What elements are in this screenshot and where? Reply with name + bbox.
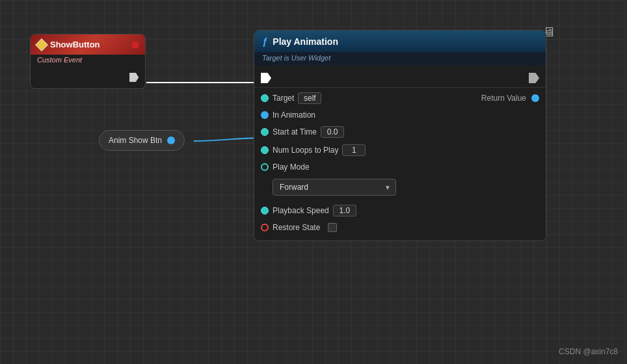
show-button-exec-row [31,66,145,88]
playback-speed-value: 1.0 [333,205,356,216]
in-animation-row: In Animation [254,107,546,123]
in-animation-label: In Animation [273,110,315,120]
start-at-time-pin [261,128,269,136]
play-mode-pin [261,163,269,171]
show-button-node: ShowButton Custom Event [30,34,146,89]
separator-1 [254,87,546,88]
target-return-row: Target self Return Value [254,89,546,107]
target-value: self [298,92,321,104]
exec-out-arrow [529,73,539,83]
playback-speed-pin [261,207,269,214]
restore-state-pin [261,224,269,231]
show-button-title: ShowButton [50,40,100,49]
playback-speed-label: Playback Speed [273,206,329,215]
restore-state-checkbox[interactable] [328,223,337,232]
show-button-subtitle: Custom Event [31,55,145,66]
red-square-icon [132,42,139,48]
exec-in-arrow [261,73,271,83]
anim-node-label: Anim Show Btn [109,136,162,145]
anim-show-btn-node: Anim Show Btn [99,130,185,151]
exec-row [254,70,546,86]
diamond-icon [35,38,48,51]
play-anim-title: Play Animation [273,36,338,47]
play-anim-body: Target self Return Value In Animation St… [254,65,546,240]
target-pin [261,94,269,102]
play-mode-label: Play Mode [273,162,310,172]
start-at-time-value: 0.0 [321,126,344,138]
show-button-header: ShowButton [31,34,145,55]
num-loops-row: Num Loops to Play 1 [254,141,546,159]
play-animation-node: ƒ Play Animation Target is User Widget T… [254,30,546,241]
num-loops-value: 1 [342,144,366,156]
start-at-time-label: Start at Time [273,127,317,136]
restore-state-label: Restore State [273,223,320,232]
playback-speed-row: Playback Speed 1.0 [254,202,546,220]
num-loops-label: Num Loops to Play [273,146,338,155]
exec-out-pin [129,73,139,82]
func-icon: ƒ [262,36,267,47]
watermark: CSDN @axin7c8 [559,347,618,356]
play-anim-subtitle: Target is User Widget [254,52,546,65]
play-mode-label-row: Play Mode [261,162,310,172]
target-label: Target [273,94,294,103]
play-mode-dropdown-wrapper[interactable]: Forward Reverse Ping Pong ▼ [273,179,396,196]
play-mode-select[interactable]: Forward Reverse Ping Pong [273,179,396,196]
in-animation-pin [261,111,269,119]
restore-state-row: Restore State [254,220,546,235]
play-anim-header: ƒ Play Animation [254,31,546,52]
return-value-label: Return Value [481,94,526,103]
play-mode-section: Play Mode Forward Reverse Ping Pong ▼ [254,159,546,202]
anim-out-pin [167,136,175,144]
start-at-time-row: Start at Time 0.0 [254,123,546,141]
return-value-pin [531,94,539,102]
num-loops-pin [261,146,269,154]
play-mode-dropdown-row: Forward Reverse Ping Pong ▼ [261,179,396,198]
